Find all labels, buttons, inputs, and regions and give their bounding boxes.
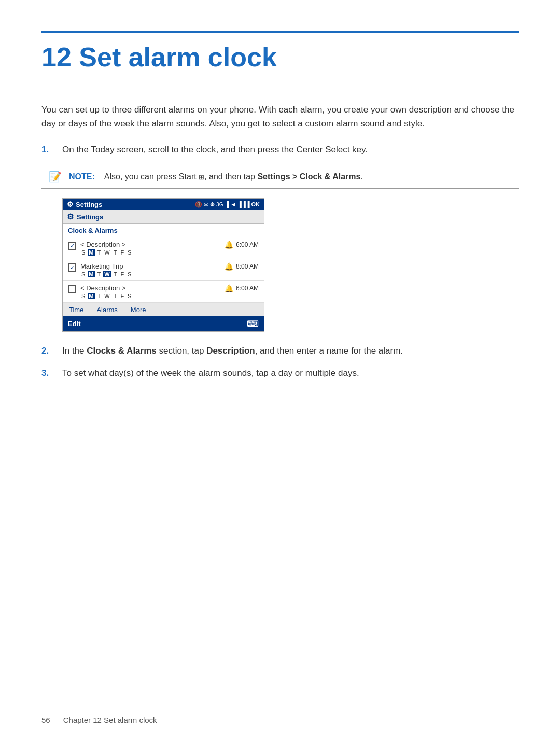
step-3-text: To set what day(s) of the week the alarm…	[62, 367, 519, 380]
alarm-3-day-F: F	[119, 293, 125, 299]
alarm-1-day-F: F	[119, 249, 125, 256]
status-bar: ⚙ Settings 📵 ✉ ❋ 3G ▐ ◄ ▐▐▐ OK	[63, 199, 264, 210]
page-footer: 56 Chapter 12 Set alarm clock	[41, 710, 519, 724]
note-settings-bold: Settings > Clock & Alarms	[257, 172, 360, 181]
alarm-2-day-M: M	[88, 271, 94, 277]
alarm-row-1: < Description > S M T W T F S 🔔 6:00 AM	[63, 237, 264, 259]
note-box: 📝 NOTE: Also, you can press Start ⊞, and…	[41, 165, 519, 189]
chapter-heading: 12 Set alarm clock	[41, 43, 519, 72]
step-2: 2. In the Clocks & Alarms section, tap D…	[41, 344, 519, 358]
screen-title: Clock & Alarms	[63, 224, 264, 237]
keyboard-icon[interactable]: ⌨	[247, 319, 259, 329]
start-icon: ⊞	[199, 173, 204, 181]
alarm-1-day-T1: T	[96, 249, 102, 256]
footer-chapter-ref: Chapter 12 Set alarm clock	[63, 715, 157, 724]
step-2-bold-1: Clocks & Alarms	[87, 346, 156, 356]
alarm-3-day-W: W	[103, 293, 110, 299]
bottom-actions: Edit ⌨	[63, 316, 264, 331]
step-1-number: 1.	[41, 143, 62, 157]
alarm-1-time: 🔔 6:00 AM	[225, 241, 259, 249]
alarm-2-day-T1: T	[96, 271, 102, 277]
alarm-row-2: Marketing Trip S M T W T F S 🔔 8:00 AM	[63, 259, 264, 281]
settings-app-icon: ⚙	[67, 200, 74, 208]
step-2-bold-2: Description	[206, 346, 255, 356]
alarm-1-description: < Description >	[80, 241, 220, 248]
step-2-text: In the Clocks & Alarms section, tap Desc…	[62, 344, 519, 358]
app-title-text: Settings	[77, 213, 103, 221]
alarm-2-day-F: F	[119, 271, 125, 277]
alarm-2-days: S M T W T F S	[80, 271, 220, 277]
alarm-2-day-T2: T	[113, 271, 118, 277]
alarm-2-time-value: 8:00 AM	[236, 263, 259, 270]
status-bar-left: ⚙ Settings	[67, 200, 102, 208]
alarm-3-day-S2: S	[127, 293, 132, 299]
status-bar-icons: 📵 ✉ ❋ 3G ▐ ◄ ▐▐▐ OK	[195, 201, 260, 208]
alarm-3-day-M: M	[88, 293, 94, 299]
step-3-number: 3.	[41, 367, 62, 380]
note-label: NOTE:	[69, 172, 95, 181]
step-1-text: On the Today screen, scroll to the clock…	[62, 143, 519, 157]
alarm-3-days: S M T W T F S	[80, 293, 220, 299]
note-text: Also, you can press Start ⊞, and then ta…	[100, 172, 363, 181]
battery-icon: ▐▐▐	[237, 201, 249, 207]
alarm-3-info: < Description > S M T W T F S	[80, 284, 220, 299]
alarm-3-day-S1: S	[80, 293, 86, 299]
signal-bars-icon: ▐	[225, 201, 229, 207]
email-icon: ✉	[204, 201, 208, 208]
ok-label: OK	[251, 201, 260, 207]
step-2-number: 2.	[41, 344, 62, 358]
tab-time[interactable]: Time	[63, 303, 90, 316]
signal-3g-icon: 3G	[216, 202, 223, 207]
note-icon: 📝	[49, 171, 62, 183]
alarm-2-checkbox[interactable]	[68, 263, 76, 272]
alarm-1-day-M: M	[88, 249, 94, 256]
alarm-1-days: S M T W T F S	[80, 249, 220, 256]
phone-screenshot: ⚙ Settings 📵 ✉ ❋ 3G ▐ ◄ ▐▐▐ OK ⚙ Setting…	[62, 198, 264, 332]
alarm-3-bell-icon: 🔔	[225, 284, 233, 292]
alarm-1-info: < Description > S M T W T F S	[80, 241, 220, 256]
tab-more[interactable]: More	[124, 303, 153, 316]
alarm-row-3: < Description > S M T W T F S 🔔 6:00 AM	[63, 281, 264, 303]
alarm-1-time-value: 6:00 AM	[236, 241, 259, 248]
alarm-3-day-T1: T	[96, 293, 102, 299]
top-rule	[41, 31, 519, 33]
alarm-2-day-S1: S	[80, 271, 86, 277]
step-1: 1. On the Today screen, scroll to the cl…	[41, 143, 519, 157]
alarm-2-time: 🔔 8:00 AM	[225, 262, 259, 271]
alarm-1-day-W: W	[103, 249, 110, 256]
intro-paragraph: You can set up to three different alarms…	[41, 103, 519, 131]
footer-text: 56 Chapter 12 Set alarm clock	[41, 715, 157, 724]
alarm-2-bell-icon: 🔔	[225, 262, 233, 271]
alarm-1-day-S2: S	[127, 249, 132, 256]
voicemail-icon: 📵	[195, 201, 202, 208]
sound-icon: ◄	[230, 201, 236, 207]
tab-alarms[interactable]: Alarms	[90, 303, 124, 316]
bottom-tabs: Time Alarms More	[63, 303, 264, 316]
edit-action-label[interactable]: Edit	[68, 320, 81, 328]
alarm-3-description: < Description >	[80, 284, 220, 292]
alarm-1-day-T2: T	[113, 249, 118, 256]
footer-page-number: 56	[41, 715, 50, 724]
step-3: 3. To set what day(s) of the week the al…	[41, 367, 519, 380]
alarm-3-day-T2: T	[113, 293, 118, 299]
alarm-2-day-W: W	[103, 271, 110, 277]
alarm-2-description: Marketing Trip	[80, 262, 220, 270]
app-title-icon: ⚙	[67, 212, 74, 221]
alarm-2-info: Marketing Trip S M T W T F S	[80, 262, 220, 277]
alarm-3-time: 🔔 6:00 AM	[225, 284, 259, 292]
app-title-bar: ⚙ Settings	[63, 210, 264, 224]
alarm-3-time-value: 6:00 AM	[236, 285, 259, 292]
alarm-1-bell-icon: 🔔	[225, 241, 233, 249]
app-name-label: Settings	[76, 201, 102, 208]
alarm-2-day-S2: S	[127, 271, 132, 277]
alarm-3-checkbox[interactable]	[68, 285, 76, 293]
bluetooth-icon: ❋	[210, 201, 215, 208]
alarm-1-day-S1: S	[80, 249, 86, 256]
alarm-1-checkbox[interactable]	[68, 242, 76, 250]
